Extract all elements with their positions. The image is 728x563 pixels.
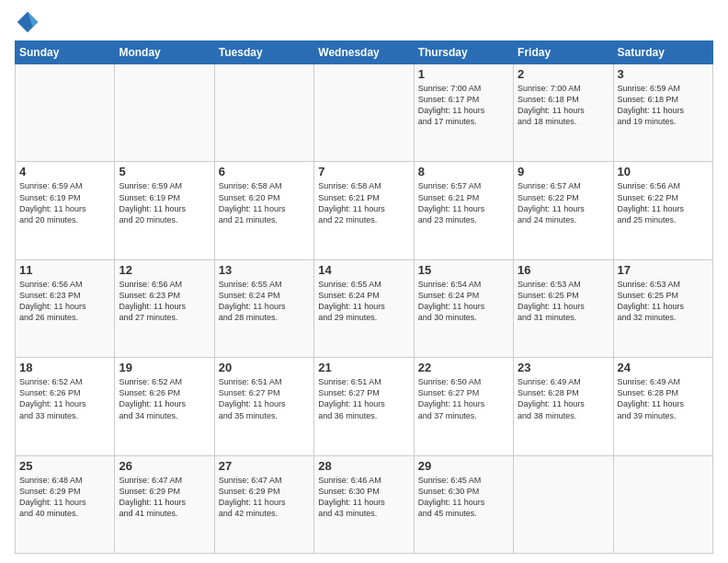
day-number: 20 — [219, 361, 310, 374]
day-info: Sunrise: 6:49 AMSunset: 6:28 PMDaylight:… — [618, 376, 709, 421]
calendar-week-5: 25Sunrise: 6:48 AMSunset: 6:29 PMDayligh… — [16, 455, 713, 553]
calendar-table: Sunday Monday Tuesday Wednesday Thursday… — [15, 40, 713, 554]
table-row — [514, 455, 613, 553]
table-row: 27Sunrise: 6:47 AMSunset: 6:29 PMDayligh… — [214, 455, 313, 553]
day-info: Sunrise: 6:56 AMSunset: 6:23 PMDaylight:… — [19, 279, 110, 324]
day-info: Sunrise: 6:51 AMSunset: 6:27 PMDaylight:… — [219, 376, 310, 421]
calendar-week-3: 11Sunrise: 6:56 AMSunset: 6:23 PMDayligh… — [16, 259, 713, 357]
header — [15, 9, 713, 35]
table-row: 22Sunrise: 6:50 AMSunset: 6:27 PMDayligh… — [414, 358, 513, 455]
table-row: 9Sunrise: 6:57 AMSunset: 6:22 PMDaylight… — [514, 162, 613, 259]
day-info: Sunrise: 6:57 AMSunset: 6:22 PMDaylight:… — [518, 180, 609, 225]
table-row: 17Sunrise: 6:53 AMSunset: 6:25 PMDayligh… — [613, 259, 712, 357]
day-number: 10 — [618, 165, 709, 178]
table-row: 6Sunrise: 6:58 AMSunset: 6:20 PMDaylight… — [214, 162, 313, 259]
day-info: Sunrise: 6:45 AMSunset: 6:30 PMDaylight:… — [418, 475, 509, 520]
day-info: Sunrise: 7:00 AMSunset: 6:17 PMDaylight:… — [418, 83, 509, 128]
day-info: Sunrise: 6:59 AMSunset: 6:19 PMDaylight:… — [119, 180, 210, 225]
day-info: Sunrise: 6:51 AMSunset: 6:27 PMDaylight:… — [318, 376, 409, 421]
day-info: Sunrise: 6:52 AMSunset: 6:26 PMDaylight:… — [119, 376, 210, 421]
table-row — [16, 64, 115, 162]
day-number: 2 — [518, 67, 609, 81]
table-row: 10Sunrise: 6:56 AMSunset: 6:22 PMDayligh… — [613, 162, 712, 259]
day-info: Sunrise: 6:47 AMSunset: 6:29 PMDaylight:… — [119, 475, 210, 520]
table-row: 24Sunrise: 6:49 AMSunset: 6:28 PMDayligh… — [613, 358, 712, 455]
day-info: Sunrise: 6:59 AMSunset: 6:18 PMDaylight:… — [618, 83, 709, 128]
day-info: Sunrise: 6:46 AMSunset: 6:30 PMDaylight:… — [318, 475, 409, 520]
table-row: 21Sunrise: 6:51 AMSunset: 6:27 PMDayligh… — [314, 358, 414, 455]
logo-icon — [15, 9, 40, 35]
col-thursday: Thursday — [414, 41, 513, 64]
day-number: 9 — [518, 165, 609, 178]
day-number: 11 — [19, 263, 110, 277]
day-info: Sunrise: 6:56 AMSunset: 6:23 PMDaylight:… — [119, 279, 210, 324]
col-monday: Monday — [115, 41, 214, 64]
table-row: 13Sunrise: 6:55 AMSunset: 6:24 PMDayligh… — [214, 259, 313, 357]
day-info: Sunrise: 6:54 AMSunset: 6:24 PMDaylight:… — [418, 279, 509, 324]
header-row: Sunday Monday Tuesday Wednesday Thursday… — [16, 41, 713, 64]
table-row: 1Sunrise: 7:00 AMSunset: 6:17 PMDaylight… — [414, 64, 513, 162]
table-row: 14Sunrise: 6:55 AMSunset: 6:24 PMDayligh… — [314, 259, 414, 357]
day-number: 18 — [19, 361, 110, 374]
table-row: 16Sunrise: 6:53 AMSunset: 6:25 PMDayligh… — [514, 259, 613, 357]
day-number: 19 — [119, 361, 210, 374]
day-number: 29 — [418, 459, 509, 473]
col-tuesday: Tuesday — [214, 41, 313, 64]
day-number: 1 — [418, 67, 509, 81]
day-number: 25 — [19, 459, 110, 473]
day-info: Sunrise: 6:56 AMSunset: 6:22 PMDaylight:… — [618, 180, 709, 225]
day-info: Sunrise: 6:48 AMSunset: 6:29 PMDaylight:… — [19, 475, 110, 520]
table-row — [613, 455, 712, 553]
table-row: 25Sunrise: 6:48 AMSunset: 6:29 PMDayligh… — [16, 455, 115, 553]
table-row — [115, 64, 214, 162]
day-number: 27 — [219, 459, 310, 473]
page: Sunday Monday Tuesday Wednesday Thursday… — [0, 0, 728, 563]
table-row: 20Sunrise: 6:51 AMSunset: 6:27 PMDayligh… — [214, 358, 313, 455]
day-number: 13 — [219, 263, 310, 277]
table-row: 23Sunrise: 6:49 AMSunset: 6:28 PMDayligh… — [514, 358, 613, 455]
day-info: Sunrise: 6:50 AMSunset: 6:27 PMDaylight:… — [418, 376, 509, 421]
day-number: 8 — [418, 165, 509, 178]
table-row: 26Sunrise: 6:47 AMSunset: 6:29 PMDayligh… — [115, 455, 214, 553]
table-row: 29Sunrise: 6:45 AMSunset: 6:30 PMDayligh… — [414, 455, 513, 553]
table-row: 2Sunrise: 7:00 AMSunset: 6:18 PMDaylight… — [514, 64, 613, 162]
day-number: 23 — [518, 361, 609, 374]
day-info: Sunrise: 6:55 AMSunset: 6:24 PMDaylight:… — [318, 279, 409, 324]
logo — [15, 9, 44, 35]
day-number: 4 — [19, 165, 110, 178]
day-number: 3 — [618, 67, 709, 81]
day-number: 7 — [318, 165, 409, 178]
day-number: 24 — [618, 361, 709, 374]
day-info: Sunrise: 6:49 AMSunset: 6:28 PMDaylight:… — [518, 376, 609, 421]
table-row: 15Sunrise: 6:54 AMSunset: 6:24 PMDayligh… — [414, 259, 513, 357]
day-number: 16 — [518, 263, 609, 277]
day-info: Sunrise: 6:59 AMSunset: 6:19 PMDaylight:… — [19, 180, 110, 225]
day-number: 26 — [119, 459, 210, 473]
table-row — [314, 64, 414, 162]
calendar-week-4: 18Sunrise: 6:52 AMSunset: 6:26 PMDayligh… — [16, 358, 713, 455]
table-row: 11Sunrise: 6:56 AMSunset: 6:23 PMDayligh… — [16, 259, 115, 357]
day-number: 15 — [418, 263, 509, 277]
day-info: Sunrise: 6:57 AMSunset: 6:21 PMDaylight:… — [418, 180, 509, 225]
day-info: Sunrise: 6:58 AMSunset: 6:20 PMDaylight:… — [219, 180, 310, 225]
day-number: 6 — [219, 165, 310, 178]
day-number: 21 — [318, 361, 409, 374]
col-saturday: Saturday — [613, 41, 712, 64]
day-number: 14 — [318, 263, 409, 277]
day-number: 28 — [318, 459, 409, 473]
calendar-week-2: 4Sunrise: 6:59 AMSunset: 6:19 PMDaylight… — [16, 162, 713, 259]
day-info: Sunrise: 6:55 AMSunset: 6:24 PMDaylight:… — [219, 279, 310, 324]
table-row: 8Sunrise: 6:57 AMSunset: 6:21 PMDaylight… — [414, 162, 513, 259]
day-info: Sunrise: 7:00 AMSunset: 6:18 PMDaylight:… — [518, 83, 609, 128]
table-row: 28Sunrise: 6:46 AMSunset: 6:30 PMDayligh… — [314, 455, 414, 553]
day-info: Sunrise: 6:58 AMSunset: 6:21 PMDaylight:… — [318, 180, 409, 225]
day-number: 17 — [618, 263, 709, 277]
day-number: 12 — [119, 263, 210, 277]
table-row: 7Sunrise: 6:58 AMSunset: 6:21 PMDaylight… — [314, 162, 414, 259]
day-info: Sunrise: 6:52 AMSunset: 6:26 PMDaylight:… — [19, 376, 110, 421]
col-sunday: Sunday — [16, 41, 115, 64]
day-info: Sunrise: 6:53 AMSunset: 6:25 PMDaylight:… — [618, 279, 709, 324]
table-row: 4Sunrise: 6:59 AMSunset: 6:19 PMDaylight… — [16, 162, 115, 259]
day-number: 22 — [418, 361, 509, 374]
day-number: 5 — [119, 165, 210, 178]
